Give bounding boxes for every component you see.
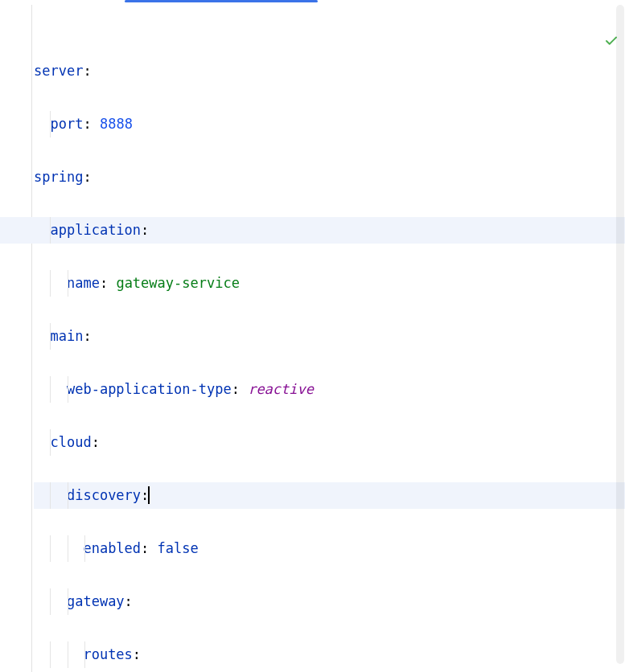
indent — [34, 328, 50, 344]
yaml-key: name — [67, 275, 100, 291]
code-line-active[interactable]: discovery: — [34, 482, 625, 509]
code-line[interactable]: gateway: — [34, 588, 625, 615]
yaml-key: cloud — [50, 434, 91, 450]
colon: : — [83, 169, 91, 185]
colon: : — [83, 328, 91, 344]
indent — [34, 434, 50, 450]
code-line[interactable]: main: — [34, 323, 625, 350]
yaml-value: reactive — [248, 381, 314, 397]
colon: : — [125, 593, 133, 609]
yaml-key: main — [50, 328, 83, 344]
colon: : — [141, 222, 149, 238]
colon: : — [83, 116, 99, 132]
vertical-scrollbar[interactable] — [615, 5, 625, 664]
indent — [34, 222, 50, 238]
code-line[interactable]: port: 8888 — [34, 111, 625, 137]
text-cursor — [148, 486, 150, 504]
indent — [34, 116, 50, 132]
yaml-key: application — [50, 222, 141, 238]
colon: : — [141, 540, 157, 556]
yaml-bool: false — [158, 540, 199, 556]
indent — [34, 540, 83, 556]
scrollbar-thumb[interactable] — [616, 5, 624, 664]
code-line[interactable]: name: gateway-service — [34, 270, 625, 297]
yaml-string: gateway-service — [116, 275, 240, 291]
yaml-key: port — [50, 116, 83, 132]
code-line[interactable]: spring: — [34, 164, 625, 191]
yaml-key: discovery — [67, 487, 141, 503]
colon: : — [83, 63, 91, 79]
active-tab-indicator — [125, 0, 318, 2]
editor-gutter[interactable] — [0, 5, 32, 672]
yaml-number: 8888 — [100, 116, 133, 132]
colon: : — [133, 646, 141, 662]
code-line[interactable]: enabled: false — [34, 535, 625, 562]
code-line[interactable]: application: — [34, 217, 625, 244]
colon: : — [232, 381, 248, 397]
code-line[interactable]: server: — [34, 58, 625, 84]
yaml-key: web-application-type — [67, 381, 232, 397]
yaml-key: enabled — [83, 540, 141, 556]
yaml-key: gateway — [67, 593, 125, 609]
code-line[interactable]: web-application-type: reactive — [34, 376, 625, 403]
yaml-key: routes — [83, 646, 132, 662]
code-line[interactable]: routes: — [34, 641, 625, 668]
code-line[interactable]: cloud: — [34, 429, 625, 456]
indent — [34, 646, 83, 662]
yaml-key: server — [34, 63, 83, 79]
colon: : — [92, 434, 100, 450]
colon: : — [100, 275, 116, 291]
yaml-key: spring — [34, 169, 83, 185]
code-editor[interactable]: server: port: 8888 spring: application: … — [32, 5, 625, 672]
